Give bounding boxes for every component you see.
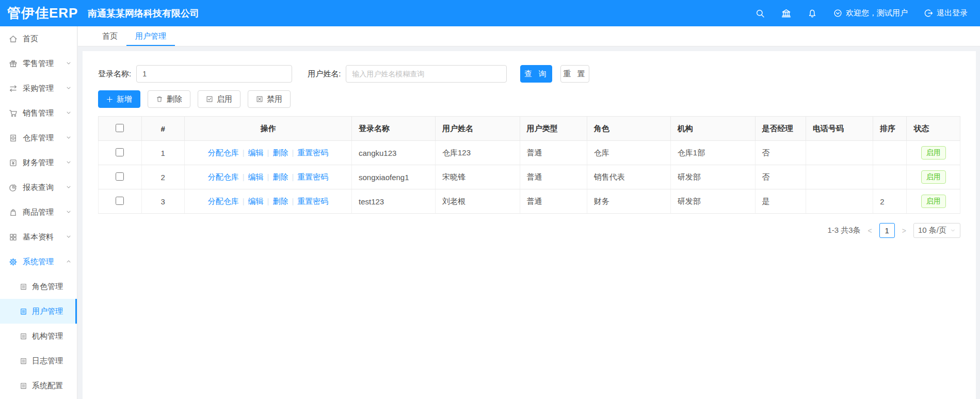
sidebar-item-retail[interactable]: 零售管理 (0, 51, 77, 76)
row-checkbox[interactable] (116, 148, 124, 156)
swap-icon (9, 84, 18, 93)
sidebar-item-home[interactable]: 首页 (0, 26, 77, 51)
assign-warehouse-link[interactable]: 分配仓库 (208, 197, 239, 205)
col-phone: 电话号码 (806, 117, 873, 141)
sidebar-item-warehouse[interactable]: 仓库管理 (0, 125, 77, 150)
user-menu[interactable]: 欢迎您，测试用户 (833, 8, 908, 18)
top-header: 管伊佳ERP 南通某某网络科技有限公司 欢迎您，测试用户 退出登录 (0, 0, 980, 26)
document-icon (20, 382, 27, 390)
shopping-bag-icon (9, 208, 18, 217)
query-button[interactable]: 查 询 (520, 65, 552, 83)
search-icon[interactable] (756, 9, 765, 18)
checkbox-crossed-icon (256, 95, 263, 103)
select-all-checkbox[interactable] (116, 124, 124, 132)
page-size-select[interactable]: 10 条/页 (913, 223, 960, 238)
cell-name: 刘老根 (435, 189, 520, 214)
row-index: 2 (141, 165, 185, 189)
sidebar-item-label: 基本资料 (23, 232, 54, 242)
assign-warehouse-link[interactable]: 分配仓库 (208, 148, 239, 157)
tab-user-management[interactable]: 用户管理 (126, 26, 175, 46)
finance-icon (9, 158, 18, 167)
gift-icon (9, 59, 18, 68)
reset-password-link[interactable]: 重置密码 (297, 197, 328, 205)
cart-icon (9, 109, 18, 118)
disable-label: 禁用 (267, 94, 282, 104)
delete-link[interactable]: 删除 (272, 148, 288, 157)
action-divider: | (292, 148, 294, 157)
sidebar-item-reports[interactable]: 报表查询 (0, 175, 77, 200)
delete-link[interactable]: 删除 (272, 172, 288, 181)
company-name: 南通某某网络科技有限公司 (88, 7, 199, 20)
login-name-label: 登录名称: (98, 69, 131, 79)
notification-bell-icon[interactable] (808, 9, 817, 18)
reset-password-link[interactable]: 重置密码 (297, 172, 328, 181)
reset-password-link[interactable]: 重置密码 (297, 148, 328, 157)
search-form: 登录名称: 用户姓名: 查 询 重 置 (98, 65, 960, 83)
content-wrapper: 登录名称: 用户姓名: 查 询 重 置 新增 删除 启用 (78, 46, 980, 399)
login-name-input[interactable] (136, 65, 292, 83)
sidebar-item-finance[interactable]: 财务管理 (0, 150, 77, 175)
logout-button[interactable]: 退出登录 (924, 8, 968, 18)
row-checkbox[interactable] (116, 172, 124, 181)
edit-link[interactable]: 编辑 (248, 172, 264, 181)
sidebar-subitem-users[interactable]: 用户管理 (0, 299, 77, 324)
cell-role: 销售代表 (587, 165, 670, 189)
col-actions: 操作 (185, 117, 352, 141)
reset-button[interactable]: 重 置 (560, 65, 589, 83)
sidebar-item-goods[interactable]: 商品管理 (0, 200, 77, 225)
sidebar-subitem-label: 日志管理 (32, 356, 63, 366)
row-actions: 分配仓库|编辑|删除|重置密码 (185, 189, 352, 214)
cell-org: 研发部 (670, 189, 755, 214)
trash-icon (156, 95, 163, 103)
tab-home[interactable]: 首页 (93, 26, 126, 46)
cell-phone (806, 189, 873, 214)
col-name: 用户姓名 (435, 117, 520, 141)
page-size-value: 10 条/页 (918, 226, 946, 235)
sidebar-subitem-label: 角色管理 (32, 282, 63, 292)
sidebar-subitem-system-config[interactable]: 系统配置 (0, 373, 77, 398)
cell-org: 研发部 (670, 165, 755, 189)
sidebar-item-sales[interactable]: 销售管理 (0, 101, 77, 125)
sidebar-subitem-logs[interactable]: 日志管理 (0, 348, 77, 373)
page-number-button[interactable]: 1 (879, 223, 895, 238)
delete-button[interactable]: 删除 (148, 90, 190, 108)
chevron-down-icon (66, 208, 72, 217)
row-index: 1 (141, 141, 185, 165)
cell-type: 普通 (520, 141, 587, 165)
home-icon (9, 35, 18, 43)
col-status: 状态 (907, 117, 960, 141)
sidebar-subitem-organizations[interactable]: 机构管理 (0, 324, 77, 348)
assign-warehouse-link[interactable]: 分配仓库 (208, 172, 239, 181)
sidebar-item-label: 首页 (23, 34, 38, 44)
chevron-down-icon (66, 134, 72, 142)
next-page-arrow[interactable]: > (900, 227, 908, 235)
add-label: 新增 (117, 94, 132, 104)
prev-page-arrow[interactable]: < (866, 227, 874, 235)
sidebar-item-purchase[interactable]: 采购管理 (0, 76, 77, 101)
header-actions: 欢迎您，测试用户 退出登录 (756, 8, 980, 18)
sidebar-item-label: 商品管理 (23, 208, 54, 217)
document-icon (20, 332, 27, 340)
document-icon (20, 283, 27, 291)
sidebar-item-system[interactable]: 系统管理 (0, 249, 77, 274)
cell-org: 仓库1部 (670, 141, 755, 165)
action-divider: | (292, 172, 294, 181)
disable-button[interactable]: 禁用 (248, 90, 291, 108)
cell-sort (873, 141, 907, 165)
edit-link[interactable]: 编辑 (248, 148, 264, 157)
edit-link[interactable]: 编辑 (248, 197, 264, 205)
bank-icon[interactable] (781, 8, 791, 18)
enable-button[interactable]: 启用 (198, 90, 240, 108)
sidebar-subitem-roles[interactable]: 角色管理 (0, 274, 77, 299)
logout-icon (924, 9, 933, 18)
sidebar-item-basic-data[interactable]: 基本资料 (0, 225, 77, 249)
sidebar: 首页 零售管理 采购管理 销售管理 仓库管理 财务管理 报表查询 商品管理 基本… (0, 26, 77, 399)
delete-link[interactable]: 删除 (272, 197, 288, 205)
document-icon (20, 308, 27, 315)
row-checkbox[interactable] (116, 197, 124, 205)
chevron-down-icon (66, 158, 72, 167)
table-header-row: # 操作 登录名称 用户姓名 用户类型 角色 机构 是否经理 电话号码 排序 状… (99, 117, 960, 141)
col-index: # (141, 117, 185, 141)
add-button[interactable]: 新增 (98, 90, 140, 108)
user-name-input[interactable] (346, 65, 507, 83)
